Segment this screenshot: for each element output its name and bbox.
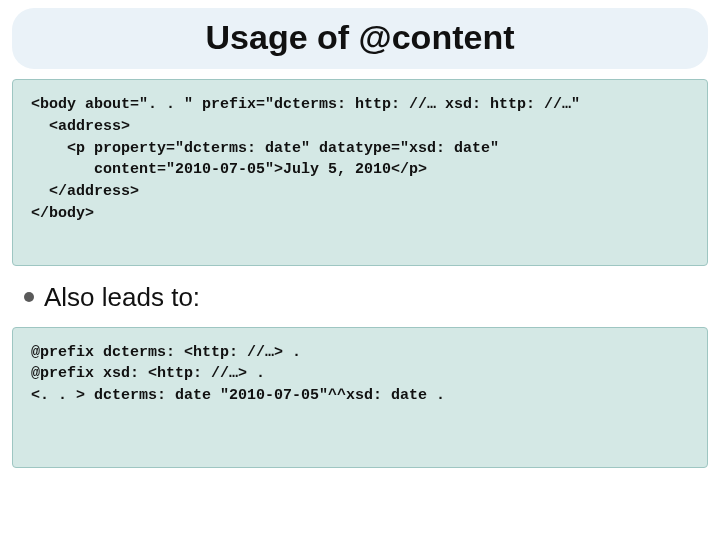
bullet-text: Also leads to: bbox=[44, 282, 200, 313]
slide-title: Usage of @content bbox=[12, 18, 708, 57]
bullet-icon bbox=[24, 292, 34, 302]
title-container: Usage of @content bbox=[12, 8, 708, 69]
bullet-row: Also leads to: bbox=[24, 282, 708, 313]
code-block-html: <body about=". . " prefix="dcterms: http… bbox=[12, 79, 708, 266]
code-block-turtle: @prefix dcterms: <http: //…> . @prefix x… bbox=[12, 327, 708, 468]
